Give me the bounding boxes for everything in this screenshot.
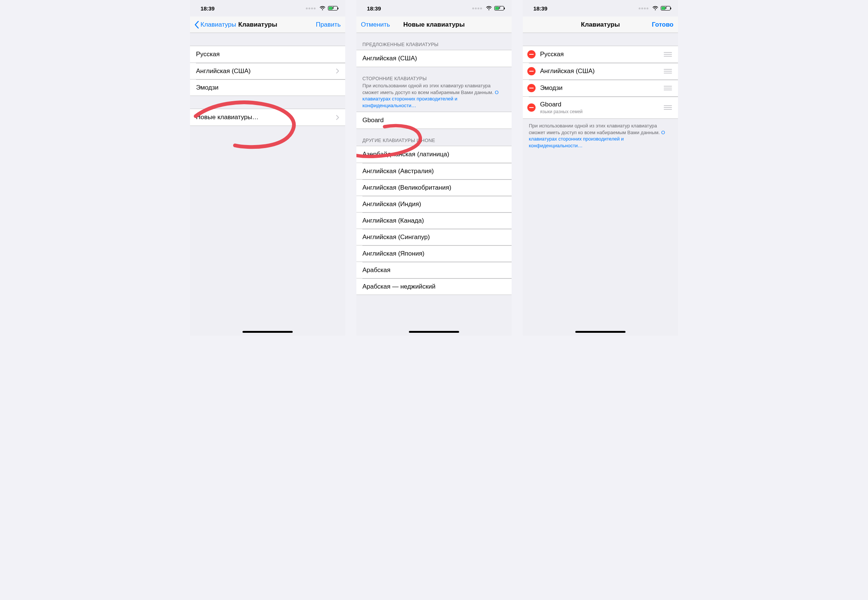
reorder-handle-icon[interactable]	[664, 86, 672, 90]
edit-button[interactable]: Править	[277, 21, 341, 29]
keyboard-row[interactable]: Английская (Канада)	[356, 212, 512, 229]
section-header-suggested: ПРЕДЛОЖЕННЫЕ КЛАВИАТУРЫ	[356, 33, 512, 50]
cell-signal-dots	[306, 8, 315, 9]
content: ПРЕДЛОЖЕННЫЕ КЛАВИАТУРЫ Английская (США)…	[356, 33, 512, 336]
keyboard-row[interactable]: Английская (Индия)	[356, 195, 512, 212]
suggested-list: Английская (США)	[356, 50, 512, 67]
keyboard-label: Английская (США)	[362, 55, 506, 62]
nav-title: Клавиатуры	[581, 21, 620, 29]
back-button[interactable]: Клавиатуры	[194, 21, 236, 29]
phone-add-keyboard: 18:39 ⚡︎ Отменить Новые клавиатуры ПРЕДЛ…	[356, 0, 512, 336]
keyboard-row[interactable]: Русская	[523, 46, 678, 62]
keyboard-label: Английская (Сингапур)	[362, 233, 506, 241]
nav-bar: Отменить Новые клавиатуры	[356, 17, 512, 33]
keyboard-row[interactable]: Английская (Великобритания)	[356, 179, 512, 195]
home-indicator	[242, 331, 293, 333]
keyboard-label: Gboard	[362, 117, 506, 124]
content: Русская Английская (США) Эмодзи Gboard	[523, 33, 678, 336]
keyboard-label: Английская (Индия)	[362, 200, 506, 208]
keyboard-row[interactable]: Английская (США)	[523, 62, 678, 79]
status-right: ⚡︎	[472, 6, 504, 11]
cell-signal-dots	[472, 8, 482, 9]
keyboard-row[interactable]: Арабская — неджийский	[356, 278, 512, 295]
thirdparty-list: Gboard	[356, 112, 512, 129]
delete-icon[interactable]	[527, 103, 536, 112]
keyboard-label: Арабская — неджийский	[362, 283, 506, 291]
keyboard-row[interactable]: Английская (Австралия)	[356, 163, 512, 179]
content: Русская Английская (США) Эмодзи Новые кл…	[190, 33, 345, 336]
keyboard-label: Арабская	[362, 267, 506, 274]
section-footer-thirdparty: При использовании одной из этих клавиату…	[523, 119, 678, 152]
footer-text: При использовании одной из этих клавиату…	[362, 83, 495, 95]
done-label: Готово	[652, 21, 674, 29]
battery-icon: ⚡︎	[328, 6, 338, 11]
keyboard-label: Gboard	[540, 101, 659, 108]
keyboard-row[interactable]: Английская (Япония)	[356, 245, 512, 262]
keyboard-row[interactable]: Английская (США)	[356, 50, 512, 67]
other-list: Азербайджанская (латиница) Английская (А…	[356, 146, 512, 295]
phone-keyboards-edit: 18:39 ⚡︎ Клавиатуры Готово Русская	[523, 0, 678, 336]
keyboard-sublabel: языки разных семей	[540, 109, 659, 114]
nav-title: Новые клавиатуры	[403, 21, 465, 29]
status-bar: 18:39 ⚡︎	[190, 0, 345, 17]
keyboard-label: Английская (Канада)	[362, 217, 506, 224]
delete-icon[interactable]	[527, 84, 536, 92]
cell-signal-dots	[639, 8, 648, 9]
add-keyboard-label: Новые клавиатуры…	[196, 114, 332, 121]
add-keyboard-row[interactable]: Новые клавиатуры…	[190, 109, 345, 126]
cancel-label: Отменить	[361, 21, 390, 29]
home-indicator	[575, 331, 626, 333]
section-header-other: ДРУГИЕ КЛАВИАТУРЫ IPHONE	[356, 129, 512, 146]
keyboard-row[interactable]: Эмодзи	[523, 79, 678, 96]
battery-icon: ⚡︎	[494, 6, 504, 11]
add-keyboard-list: Новые клавиатуры…	[190, 109, 345, 126]
status-bar: 18:39 ⚡︎	[523, 0, 678, 17]
keyboard-label: Английская (Великобритания)	[362, 184, 506, 191]
status-bar: 18:39 ⚡︎	[356, 0, 512, 17]
nav-bar: Клавиатуры Готово	[523, 17, 678, 33]
reorder-handle-icon[interactable]	[664, 69, 672, 73]
section-footer-thirdparty: При использовании одной из этих клавиату…	[356, 82, 512, 112]
reorder-handle-icon[interactable]	[664, 105, 672, 110]
keyboard-row-gboard[interactable]: Gboard	[356, 112, 512, 129]
keyboard-label: Русская	[196, 51, 339, 58]
home-indicator	[409, 331, 459, 333]
keyboard-label: Английская (США)	[540, 67, 659, 75]
keyboard-label: Русская	[540, 51, 659, 58]
back-label: Клавиатуры	[200, 21, 236, 29]
status-time: 18:39	[200, 5, 214, 12]
keyboard-row[interactable]: Русская	[190, 46, 345, 62]
keyboard-row[interactable]: Азербайджанская (латиница)	[356, 146, 512, 163]
wifi-icon	[652, 6, 659, 11]
keyboard-row[interactable]: Английская (Сингапур)	[356, 229, 512, 245]
current-keyboards-list: Русская Английская (США) Эмодзи	[190, 46, 345, 96]
keyboard-label: Английская (Австралия)	[362, 168, 506, 175]
chevron-right-icon	[336, 68, 339, 73]
status-time: 18:39	[367, 5, 381, 12]
keyboard-label: Эмодзи	[196, 84, 339, 91]
delete-icon[interactable]	[527, 67, 536, 75]
status-right: ⚡︎	[306, 6, 338, 11]
nav-bar: Клавиатуры Клавиатуры Править	[190, 17, 345, 33]
status-right: ⚡︎	[639, 6, 671, 11]
wifi-icon	[319, 6, 326, 11]
keyboard-label: Эмодзи	[540, 84, 659, 92]
phone-keyboards-list: 18:39 ⚡︎ Клавиатуры Клавиатуры Править Р…	[190, 0, 345, 336]
keyboard-row[interactable]: Английская (США)	[190, 62, 345, 79]
editable-keyboards-list: Русская Английская (США) Эмодзи Gboard	[523, 46, 678, 119]
keyboard-row[interactable]: Эмодзи	[190, 79, 345, 95]
section-header-thirdparty: СТОРОННИЕ КЛАВИАТУРЫ	[356, 67, 512, 82]
keyboard-row-gboard[interactable]: Gboard языки разных семей	[523, 96, 678, 118]
delete-icon[interactable]	[527, 50, 536, 59]
reorder-handle-icon[interactable]	[664, 52, 672, 57]
footer-text: При использовании одной из этих клавиату…	[529, 123, 661, 135]
chevron-right-icon	[336, 115, 339, 120]
chevron-left-icon	[194, 21, 199, 29]
nav-title: Клавиатуры	[238, 21, 277, 29]
keyboard-row[interactable]: Арабская	[356, 262, 512, 278]
wifi-icon	[486, 6, 492, 11]
keyboard-label: Английская (США)	[196, 67, 332, 75]
edit-label: Править	[316, 21, 341, 29]
keyboard-label: Азербайджанская (латиница)	[362, 151, 506, 158]
keyboard-label: Английская (Япония)	[362, 250, 506, 258]
